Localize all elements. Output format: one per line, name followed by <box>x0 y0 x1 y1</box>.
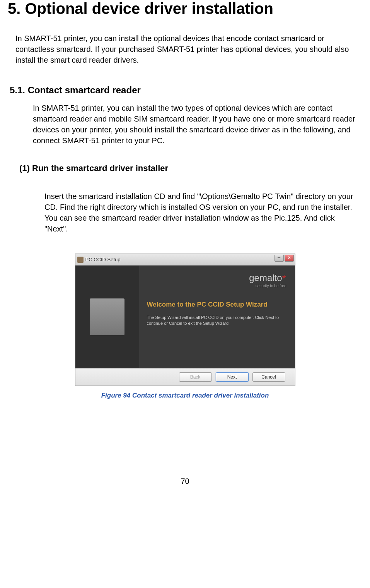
minimize-button[interactable]: ─ <box>275 255 284 262</box>
subsection-paragraph: Insert the smartcard installation CD and… <box>44 191 360 234</box>
window-title: PC CCID Setup <box>85 257 121 262</box>
window-body: gemalto* security to be free Welcome to … <box>75 266 295 386</box>
window-controls: ─ ✕ <box>275 255 294 262</box>
cancel-button[interactable]: Cancel <box>252 372 285 382</box>
window-content: gemalto* security to be free Welcome to … <box>75 266 295 368</box>
figure-caption: Figure 94 Contact smartcard reader drive… <box>8 392 362 399</box>
wizard-left-panel <box>75 266 139 368</box>
installer-icon <box>77 257 84 263</box>
close-button[interactable]: ✕ <box>285 255 294 262</box>
section-heading: 5.1. Contact smartcard reader <box>10 85 362 96</box>
wizard-welcome-description: The Setup Wizard will install PC CCID on… <box>147 315 287 327</box>
next-button[interactable]: Next <box>216 372 249 382</box>
wizard-right-panel: gemalto* security to be free Welcome to … <box>139 266 295 368</box>
intro-paragraph: In SMART-51 printer, you can install the… <box>15 33 362 65</box>
installer-window-screenshot: PC CCID Setup ─ ✕ gemalto* security to b… <box>75 254 295 386</box>
wizard-welcome-title: Welcome to the PC CCID Setup Wizard <box>147 300 287 309</box>
brand-name: gemalto* <box>249 273 286 285</box>
window-title-bar: PC CCID Setup ─ ✕ <box>75 254 295 266</box>
subsection-heading: (1) Run the smartcard driver installer <box>19 163 362 173</box>
brand-logo: gemalto* security to be free <box>249 273 286 288</box>
chapter-heading: 5. Optional device driver installation <box>8 0 362 17</box>
page-number: 70 <box>8 477 362 494</box>
wizard-button-bar: Back Next Cancel <box>75 368 295 386</box>
back-button: Back <box>179 372 212 382</box>
wizard-graphic <box>90 298 124 335</box>
section-paragraph: In SMART-51 printer, you can install the… <box>33 103 358 146</box>
